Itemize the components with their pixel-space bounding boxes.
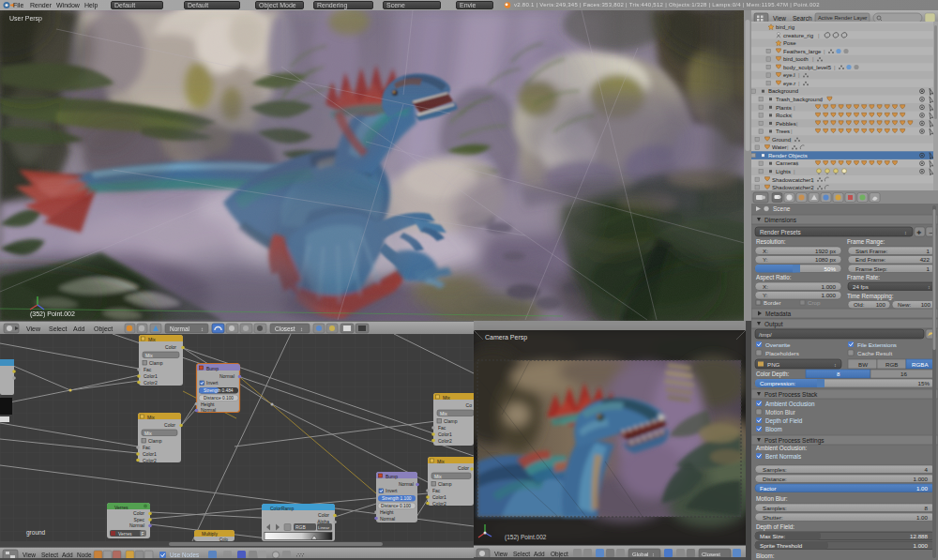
svg-text:Spec: Spec — [134, 517, 145, 522]
svg-text:Active Render Layer: Active Render Layer — [818, 15, 868, 21]
svg-text:Samples:: Samples: — [763, 466, 787, 473]
svg-text:Invert: Invert — [386, 488, 398, 493]
svg-text:↕: ↕ — [864, 15, 867, 21]
svg-text:Normal: Normal — [380, 516, 395, 522]
svg-text:422: 422 — [920, 256, 930, 263]
svg-text:Frame Step:: Frame Step: — [855, 265, 887, 272]
svg-text:↕: ↕ — [300, 326, 303, 332]
svg-text:12.888: 12.888 — [910, 533, 928, 539]
svg-text:body_sculpt_level5: body_sculpt_level5 — [783, 65, 832, 70]
svg-text:✚: ✚ — [916, 230, 921, 235]
svg-text:Fac: Fac — [438, 425, 446, 431]
svg-text:PNG: PNG — [767, 361, 780, 368]
svg-text:Normal: Normal — [399, 481, 414, 487]
svg-text:Y:: Y: — [763, 256, 768, 263]
svg-text:15%: 15% — [918, 380, 930, 386]
svg-text:View: View — [773, 15, 786, 22]
svg-text:Mix: Mix — [145, 353, 153, 358]
svg-text:Co: Co — [466, 402, 473, 408]
svg-text:1.000: 1.000 — [822, 292, 837, 298]
svg-text:Border: Border — [764, 299, 781, 306]
svg-text:Normal: Normal — [201, 407, 216, 413]
svg-text:1.000: 1.000 — [914, 476, 929, 482]
svg-text:4: 4 — [925, 466, 929, 473]
svg-text:Normal: Normal — [219, 373, 234, 379]
svg-text:1.000: 1.000 — [914, 542, 929, 549]
svg-text:Motion Blur:: Motion Blur: — [756, 495, 788, 502]
svg-text:1920 px: 1920 px — [815, 248, 837, 254]
svg-text:X:: X: — [763, 283, 768, 290]
svg-text:Color2: Color2 — [438, 438, 452, 444]
svg-text:Render Presets: Render Presets — [760, 229, 801, 235]
svg-text:1.00: 1.00 — [916, 514, 929, 521]
svg-text:ColorRamp: ColorRamp — [270, 506, 295, 511]
svg-text:Y:: Y: — [763, 292, 768, 298]
svg-text:1.000: 1.000 — [822, 283, 837, 290]
svg-text:Verres: Verres — [118, 531, 132, 537]
svg-text:Max Size:: Max Size: — [760, 533, 785, 539]
svg-text:Mix: Mix — [147, 415, 155, 420]
svg-text:8: 8 — [925, 505, 929, 511]
svg-text:Color: Color — [458, 465, 469, 471]
svg-text:Distance:: Distance: — [763, 476, 787, 482]
svg-text:Bump: Bump — [206, 366, 219, 371]
svg-text:Scene: Scene — [773, 205, 791, 212]
svg-text:RGB: RGB — [295, 524, 307, 530]
svg-text:Overwrite: Overwrite — [765, 341, 791, 348]
svg-text:Color1: Color1 — [143, 451, 157, 457]
svg-text:Post Process Settings: Post Process Settings — [764, 437, 825, 445]
svg-text:bird_tooth: bird_tooth — [783, 56, 809, 62]
svg-text:Trash_background: Trash_background — [776, 97, 823, 102]
svg-text:↕: ↕ — [201, 326, 204, 332]
svg-text:Shutter:: Shutter: — [763, 514, 783, 521]
svg-text:50%: 50% — [825, 265, 837, 272]
svg-text:Pebbles: Pebbles — [776, 121, 796, 127]
svg-text:Search: Search — [793, 15, 812, 22]
svg-text:Shadowcatcher1: Shadowcatcher1 — [772, 177, 814, 183]
svg-text:View: View — [26, 325, 41, 332]
svg-text:8: 8 — [837, 371, 840, 377]
svg-text:Strength 0.484: Strength 0.484 — [204, 388, 234, 393]
svg-text:Color1: Color1 — [144, 373, 158, 379]
svg-text:F: F — [142, 531, 144, 537]
svg-text:Placeholders: Placeholders — [765, 350, 799, 356]
svg-text:Color: Color — [133, 510, 144, 516]
svg-text:Mix: Mix — [443, 395, 450, 401]
svg-text:Dimensions: Dimensions — [764, 217, 797, 223]
svg-text:Distance 0.100: Distance 0.100 — [381, 504, 411, 508]
svg-text:Post Process Stack: Post Process Stack — [764, 391, 818, 398]
svg-text:1: 1 — [927, 248, 930, 254]
svg-text:Bloom: Bloom — [765, 426, 782, 432]
svg-text:Mix: Mix — [144, 431, 152, 436]
svg-text:∴∵: ∴∵ — [296, 552, 304, 558]
svg-text:Sprite Threshold: Sprite Threshold — [760, 542, 803, 549]
svg-text:New:: New: — [898, 301, 911, 308]
svg-text:Color1: Color1 — [438, 431, 452, 437]
svg-text:Normal: Normal — [129, 522, 144, 528]
svg-text:File Extensions: File Extensions — [857, 341, 897, 348]
svg-text:Height: Height — [380, 509, 394, 515]
svg-text:Color Depth:: Color Depth: — [756, 371, 790, 378]
svg-text:Mix: Mix — [440, 411, 447, 416]
svg-text:Background: Background — [768, 88, 798, 94]
svg-text:RGBA: RGBA — [912, 361, 929, 368]
svg-text:Color1: Color1 — [432, 494, 446, 500]
svg-text:Crop: Crop — [808, 299, 821, 306]
svg-text:Height: Height — [201, 401, 215, 407]
svg-text:Pose: Pose — [783, 40, 796, 46]
svg-text:Bump: Bump — [386, 474, 398, 479]
svg-text:Cache Result: Cache Result — [857, 350, 892, 356]
svg-text:Clamp: Clamp — [148, 438, 162, 444]
svg-text:Add: Add — [534, 551, 545, 557]
svg-text:Fac: Fac — [144, 367, 152, 372]
svg-text:Factor: Factor — [760, 485, 777, 492]
svg-text:Render Objects: Render Objects — [768, 153, 808, 159]
svg-text:Ambient Occlusion: Ambient Occlusion — [765, 401, 815, 407]
svg-text:Color: Color — [318, 512, 329, 518]
svg-text:Object: Object — [94, 325, 113, 333]
svg-text:Mix: Mix — [148, 337, 156, 342]
svg-text:1080 px: 1080 px — [815, 256, 837, 263]
svg-text:Color2: Color2 — [432, 501, 446, 507]
svg-text:Motion Blur: Motion Blur — [765, 409, 795, 416]
svg-text:24 fps: 24 fps — [853, 283, 869, 290]
